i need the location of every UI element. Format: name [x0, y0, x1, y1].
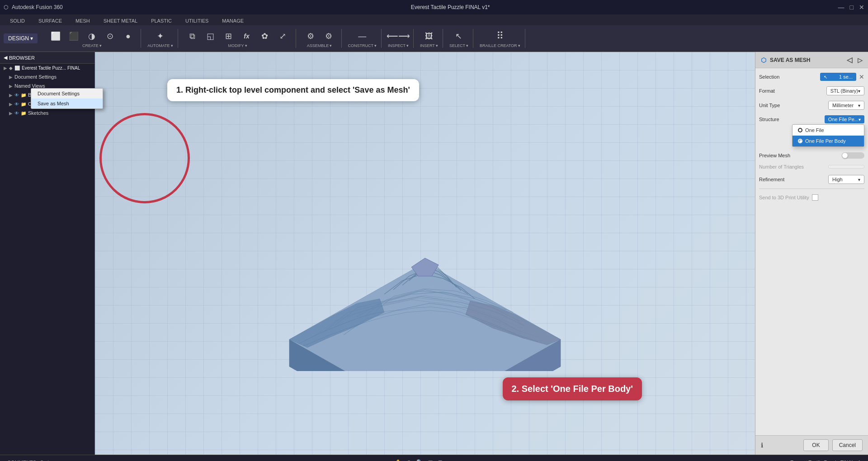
braille-label[interactable]: BRAILLE CREATOR ▾ — [480, 43, 520, 48]
select-group: ↖ SELECT ▾ — [445, 29, 473, 48]
unit-type-arrow: ▾ — [858, 103, 860, 108]
construct-label[interactable]: CONSTRUCT ▾ — [348, 43, 377, 48]
tree-item-root[interactable]: ▶ ◆ ⬜ Everest Tactile Puzz... FINAL — [0, 64, 94, 72]
callout-1-text: 1. Right-click top level component and s… — [176, 85, 410, 94]
nav-more-icon[interactable]: ⋯ — [448, 459, 453, 461]
nav-grid-icon[interactable]: ⊞ — [438, 459, 442, 461]
tab-manage[interactable]: MANAGE — [216, 16, 250, 25]
fillet-btn[interactable]: ◱ — [203, 29, 219, 43]
toggle-knob — [842, 153, 848, 158]
minimize-button[interactable]: — — [838, 4, 844, 11]
tree-chevron-doc: ▶ — [9, 75, 13, 80]
inspect-btn[interactable]: ⟵⟶ — [390, 29, 406, 43]
joint-btn[interactable]: ✦ — [152, 29, 168, 43]
tree-chevron-bodies: ▶ — [9, 93, 13, 98]
structure-dropdown-arrow: ▾ — [859, 117, 861, 122]
selection-value: ↖ 1 se... ✕ — [820, 73, 864, 81]
nav-home-icon[interactable]: ⌂ — [387, 460, 390, 461]
save-as-mesh-panel: ⬡ SAVE AS MESH ◁ ▷ Selection ↖ 1 se... ✕ — [755, 52, 868, 455]
tab-solid[interactable]: SOLID — [4, 16, 31, 25]
align-btn[interactable]: ⤢ — [275, 29, 291, 43]
automate-arrow: ▾ — [171, 43, 173, 48]
press-pull-btn[interactable]: ⧉ — [184, 29, 201, 43]
modify-arrow: ▾ — [245, 43, 247, 48]
format-dropdown[interactable]: STL (Binary) ▾ — [826, 86, 864, 95]
statusbar-right: Everest Tactile Puzzle FINAL v1 — [790, 460, 861, 461]
insert-label[interactable]: INSERT ▾ — [420, 43, 438, 48]
refinement-text: High — [832, 177, 843, 182]
nav-pan-icon[interactable]: ✋ — [395, 459, 401, 461]
modify-group: ⧉ ◱ ⊞ fx ✿ ⤢ MODIFY ▾ — [180, 29, 296, 48]
fx-btn[interactable]: fx — [239, 29, 255, 43]
combine-btn[interactable]: ⊞ — [221, 29, 237, 43]
extrude-btn[interactable]: ⬛ — [66, 29, 82, 43]
close-button[interactable]: ✕ — [859, 4, 864, 11]
unit-type-dropdown[interactable]: Millimeter ▾ — [828, 101, 864, 110]
preview-mesh-value — [842, 152, 864, 159]
design-label: DESIGN ▾ — [8, 35, 33, 42]
tab-plastic[interactable]: PLASTIC — [145, 16, 178, 25]
insert-btn[interactable]: 🖼 — [421, 29, 437, 43]
ctx-doc-settings[interactable]: Document Settings — [31, 89, 95, 99]
create-label[interactable]: CREATE ▾ — [82, 43, 102, 48]
construct-btn[interactable]: — — [354, 29, 370, 43]
panel-expand-icon[interactable]: ◁ — [847, 56, 852, 64]
option-one-file[interactable]: One File — [793, 125, 864, 136]
panel-more-icon[interactable]: ▷ — [858, 56, 863, 64]
ctx-save-as-mesh[interactable]: Save as Mesh — [31, 99, 95, 108]
select-btn[interactable]: ↖ — [451, 29, 467, 43]
preview-mesh-toggle[interactable] — [842, 152, 864, 159]
braille-icon: ⠿ — [494, 30, 506, 42]
nav-zoom-icon[interactable]: 🔍 — [416, 459, 423, 461]
tab-mesh[interactable]: MESH — [69, 16, 96, 25]
assemble2-btn[interactable]: ⚙ — [321, 29, 337, 43]
info-icon: ℹ — [761, 442, 763, 449]
selection-clear-button[interactable]: ✕ — [859, 73, 864, 80]
automate-label[interactable]: AUTOMATE ▾ — [147, 43, 173, 48]
browser-back-icon[interactable]: ◀ — [4, 55, 7, 61]
inspect-label[interactable]: INSPECT ▾ — [388, 43, 409, 48]
tab-sheet-metal[interactable]: SHEET METAL — [97, 16, 144, 25]
comment-add-icon[interactable]: ⊕ — [40, 459, 44, 461]
nav-orbit-icon[interactable]: ⊕ — [407, 459, 411, 461]
option-one-file-per-body[interactable]: One File Per Body — [793, 136, 864, 146]
viewport[interactable]: 1. Right-click top level component and s… — [95, 52, 755, 455]
panel-header-icon: ⬡ — [761, 56, 766, 64]
tab-surface[interactable]: SURFACE — [32, 16, 68, 25]
maximize-button[interactable]: □ — [850, 4, 854, 11]
panel-header: ⬡ SAVE AS MESH ◁ ▷ — [755, 52, 868, 68]
cancel-button[interactable]: Cancel — [832, 439, 863, 451]
send-3d-checkbox[interactable] — [812, 194, 818, 201]
assemble-label[interactable]: ASSEMBLE ▾ — [307, 43, 332, 48]
tab-utilities[interactable]: UTILITIES — [179, 16, 215, 25]
braille-btn[interactable]: ⠿ — [492, 29, 508, 43]
structure-dropdown-btn[interactable]: One File Pe... ▾ — [825, 115, 864, 123]
tree-item-sketches[interactable]: ▶ 👁 📁 Sketches — [0, 108, 94, 118]
create-group: ⬜ ⬛ ◑ ⊙ ● CREATE ▾ — [43, 29, 141, 48]
insert-icon: 🖼 — [423, 30, 435, 42]
revolve-btn[interactable]: ◑ — [84, 29, 100, 43]
sphere-btn[interactable]: ● — [120, 29, 136, 43]
select-label[interactable]: SELECT ▾ — [449, 43, 468, 48]
braille-creator-group: ⠿ BRAILLE CREATOR ▾ — [475, 29, 525, 48]
tree-icon-root: ◆ — [9, 66, 13, 71]
hole-btn[interactable]: ⊙ — [102, 29, 118, 43]
assemble-main-icon: ⚙ — [304, 30, 317, 42]
panel-content: Selection ↖ 1 se... ✕ Format STL (Binary… — [755, 68, 868, 435]
statusbar-center: ⌂ ✋ ⊕ 🔍 ▣ ⊞ ⋯ — [387, 459, 453, 461]
refinement-dropdown[interactable]: High ▾ — [828, 175, 864, 184]
refinement-row: Refinement High ▾ — [759, 174, 864, 185]
modify-label[interactable]: MODIFY ▾ — [228, 43, 247, 48]
tree-sketches-icon: 👁 — [14, 111, 19, 116]
statusbar-separator: | — [47, 460, 49, 461]
inspect-icon: ⟵⟶ — [392, 30, 405, 42]
nav-display-icon[interactable]: ▣ — [428, 459, 433, 461]
selection-input[interactable]: ↖ 1 se... — [820, 73, 856, 81]
design-dropdown[interactable]: DESIGN ▾ — [4, 33, 38, 43]
tree-item-doc-settings[interactable]: ▶ Document Settings — [0, 72, 94, 81]
assemble-main-btn[interactable]: ⚙ — [302, 29, 319, 43]
new-component-btn[interactable]: ⬜ — [47, 29, 64, 43]
assemble-items: ⚙ ⚙ — [302, 29, 337, 43]
compute-btn[interactable]: ✿ — [257, 29, 273, 43]
ok-button[interactable]: OK — [803, 439, 828, 451]
